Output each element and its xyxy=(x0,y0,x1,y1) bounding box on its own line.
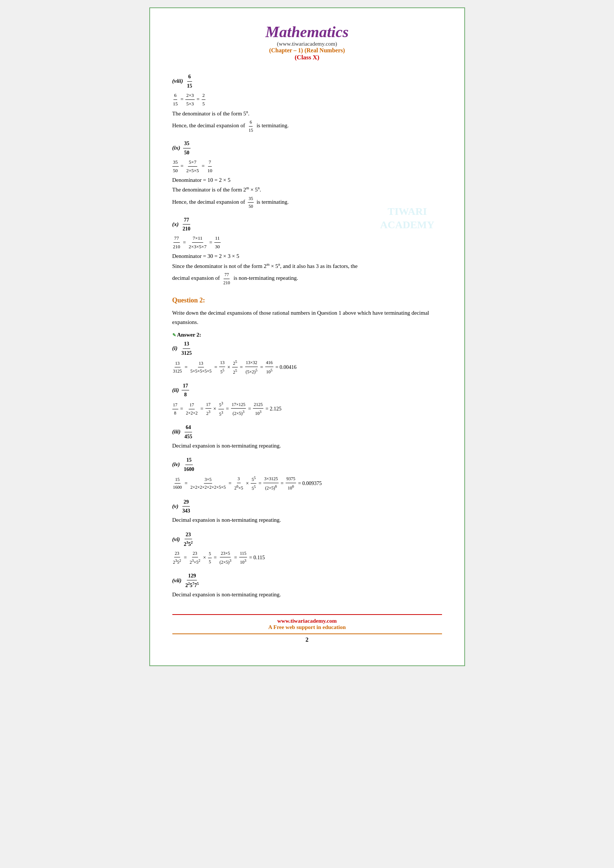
part-vi: (vi) 23 2352 23 2352 = 23 23×52 xyxy=(173,530,442,566)
part-x-line2: decimal expansion of 77 210 is non-termi… xyxy=(173,271,442,287)
part-ix-denom: Denominator = 10 = 2 × 5 xyxy=(173,175,442,185)
part-iii-text: Decimal expansion is non-terminating rep… xyxy=(173,441,442,451)
footer-divider: www.tiwariacademy.com A Free web support… xyxy=(173,614,442,643)
header-class: (Class X) xyxy=(173,54,442,61)
part-vi-label: (vi) 23 2352 xyxy=(173,530,442,549)
part-x-line1: Since the denominator is not of the form… xyxy=(173,261,442,271)
part-iii: (iii) 64 455 Decimal expansion is non-te… xyxy=(173,423,442,451)
footer-website: www.tiwariacademy.com xyxy=(173,618,442,624)
page: TIWARI ACADEMY Mathematics (www.tiwariac… xyxy=(149,8,465,666)
part-x-step1: 77 210 = 7×11 2×3×5×7 = 11 30 xyxy=(173,234,442,251)
part-iii-label: (iii) 64 455 xyxy=(173,423,442,441)
part-viii: (viii) 6 15 6 15 = 2×3 5×3 = 2 xyxy=(173,72,442,134)
part-i: (i) 13 3125 13 3125 = 13 5×5×5×5×5 xyxy=(173,339,442,376)
part-viii-label: (viii) 6 15 xyxy=(173,72,442,91)
part-vii: (vii) 129 225775 Decimal expansion is no… xyxy=(173,572,442,600)
header-chapter: (Chapter – 1) (Real Numbers) xyxy=(173,47,442,54)
footer: www.tiwariacademy.com A Free web support… xyxy=(173,614,442,643)
page-title: Mathematics xyxy=(173,23,442,41)
part-ii-label: (ii) 17 8 xyxy=(173,381,442,400)
question2-text: Write down the decimal expansions of tho… xyxy=(173,308,442,327)
part-i-math: 13 3125 = 13 5×5×5×5×5 = 13 55 × xyxy=(173,358,442,376)
part-iv-label: (iv) 15 1600 xyxy=(173,456,442,474)
part-v-text: Decimal expansion is non-terminating rep… xyxy=(173,515,442,525)
part-x: (x) 77 210 77 210 = 7×11 2×3×5×7 = xyxy=(173,215,442,287)
part-ix-form: The denominator is of the form 2m × 5n. xyxy=(173,185,442,195)
part-viii-step1: 6 15 = 2×3 5×3 = 2 5 xyxy=(173,91,442,108)
part-iv-math: 15 1600 = 3×5 2×2×2×2×2×2×5×5 = 3 26×5 × xyxy=(173,474,442,493)
question2-section: Question 2: Write down the decimal expan… xyxy=(173,294,442,599)
part-ii: (ii) 17 8 17 8 = 17 2×2×2 xyxy=(173,381,442,418)
part-ix: (ix) 35 50 35 50 = 5×7 2×5×5 = 7 xyxy=(173,139,442,211)
part-x-denom: Denominator = 30 = 2 × 3 × 5 xyxy=(173,252,442,261)
part-viii-line1: The denominator is of the form 5n. xyxy=(173,109,442,119)
part-viii-line2: Hence, the decimal expansion of 6 15 is … xyxy=(173,118,442,134)
page-number: 2 xyxy=(306,636,309,643)
part-ii-math: 17 8 = 17 2×2×2 = 17 23 × xyxy=(173,400,442,418)
part-x-label: (x) 77 210 xyxy=(173,215,442,234)
part-i-label: (i) 13 3125 xyxy=(173,339,442,358)
part-vi-math: 23 2352 = 23 23×52 × 5 5 = xyxy=(173,550,442,566)
question2-heading: Question 2: xyxy=(173,294,442,306)
header-website: (www.tiwariacademy.com) xyxy=(173,41,442,47)
part-vii-label: (vii) 129 225775 xyxy=(173,572,442,590)
content-area: (viii) 6 15 6 15 = 2×3 5×3 = 2 xyxy=(173,72,442,599)
footer-tagline: A Free web support in education xyxy=(173,624,442,631)
part-ix-concl: Hence, the decimal expansion of 35 50 is… xyxy=(173,195,442,211)
part-v: (v) 29 343 Decimal expansion is non-term… xyxy=(173,498,442,525)
part-v-label: (v) 29 343 xyxy=(173,498,442,516)
page-header: Mathematics (www.tiwariacademy.com) (Cha… xyxy=(173,23,442,61)
part-ix-label: (ix) 35 50 xyxy=(173,139,442,157)
part-ix-step1: 35 50 = 5×7 2×5×5 = 7 10 xyxy=(173,158,442,175)
part-iv: (iv) 15 1600 15 1600 = 3×5 2×2×2×2×2×2×5… xyxy=(173,456,442,492)
answer2-heading: ✎ Answer 2: xyxy=(173,330,442,340)
part-vii-text: Decimal expansion is non-terminating rep… xyxy=(173,590,442,600)
